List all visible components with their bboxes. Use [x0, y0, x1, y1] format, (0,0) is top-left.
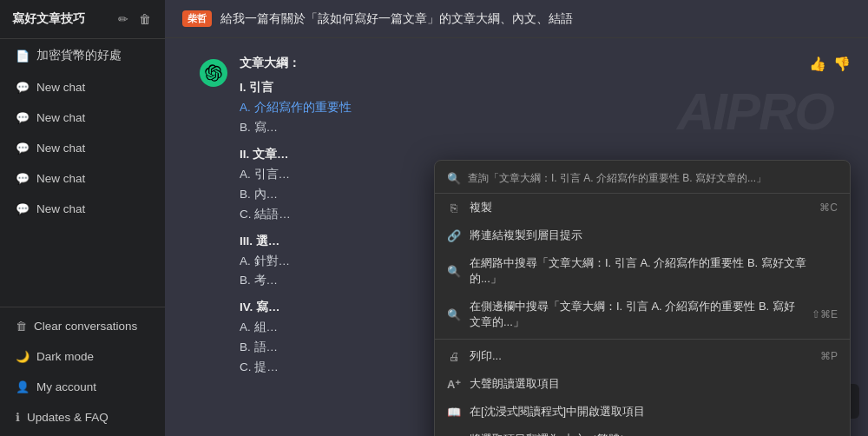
sidebar-item-account[interactable]: 👤 My account	[3, 372, 161, 402]
sidebar-item-chat5[interactable]: 💬 New chat	[3, 194, 161, 224]
account-icon: 👤	[16, 380, 30, 393]
ctx-immersive-label: 在[沈浸式閱讀程式]中開啟選取項目	[470, 404, 645, 419]
sidebar-item-updates-label: Updates & FAQ	[27, 411, 108, 424]
delete-button[interactable]: 🗑	[137, 10, 153, 28]
ctx-search-icon: 🔍	[447, 172, 461, 185]
sidebar-item-crypto[interactable]: 📄 加密貨幣的好處	[3, 39, 161, 72]
ctx-paste-link-label: 將連結複製到層目提示	[470, 228, 582, 243]
ctx-item-search-sidebar[interactable]: 🔍 在側邊欄中搜尋「文章大綱：I. 引言 A. 介紹寫作的重要性 B. 寫好文章…	[435, 293, 850, 336]
sidebar-bottom: 🗑 Clear conversations 🌙 Dark mode 👤 My a…	[0, 307, 165, 436]
sidebar-item-chat2-label: New chat	[36, 111, 85, 124]
read-aloud-icon: A⁺	[447, 378, 461, 391]
paste-link-icon: 🔗	[447, 229, 461, 242]
sidebar-actions: ✏ 🗑	[116, 10, 153, 28]
chat-icon-3: 💬	[16, 142, 30, 155]
context-menu: 🔍 查詢「文章大綱：I. 引言 A. 介紹寫作的重要性 B. 寫好文章的...」…	[434, 160, 851, 436]
ctx-item-translate[interactable]: ab↔ 將選取項目翻譯為 中文（繁體）	[435, 426, 850, 436]
context-menu-overlay[interactable]: 🔍 查詢「文章大綱：I. 引言 A. 介紹寫作的重要性 B. 寫好文章的...」…	[165, 38, 868, 436]
print-icon: 🖨	[447, 350, 461, 363]
immersive-icon: 📖	[447, 406, 461, 419]
edit-button[interactable]: ✏	[116, 10, 130, 28]
main-header: 柴哲 給我一篇有關於「該如何寫好一篇文章」的文章大綱、內文、結語	[165, 0, 868, 38]
ctx-item-print[interactable]: 🖨 列印... ⌘P	[435, 342, 850, 370]
sidebar-item-chat2[interactable]: 💬 New chat	[3, 102, 161, 133]
sidebar-item-account-label: My account	[36, 380, 96, 393]
sidebar-header: 寫好文章技巧 ✏ 🗑	[0, 0, 165, 39]
ctx-search-sidebar-shortcut: ⇧⌘E	[812, 308, 838, 320]
sidebar-item-updates[interactable]: ℹ Updates & FAQ	[3, 402, 161, 433]
sidebar-title: 寫好文章技巧	[12, 11, 85, 27]
chat-content: AIPRO 👍 👎 文章大綱： I. 引言 A. 介紹寫作的重要性 B. 寫… …	[165, 38, 868, 436]
ctx-item-immersive[interactable]: 📖 在[沈浸式閱讀程式]中開啟選取項目	[435, 398, 850, 426]
copy-icon: ⎘	[447, 201, 461, 215]
chat-icon-5: 💬	[16, 202, 30, 215]
doc-icon: 📄	[16, 50, 30, 63]
ctx-search-sidebar-label: 在側邊欄中搜尋「文章大綱：I. 引言 A. 介紹寫作的重要性 B. 寫好文章的.…	[470, 299, 803, 330]
ctx-print-label: 列印...	[470, 348, 502, 364]
chat-icon-4: 💬	[16, 172, 30, 185]
header-title: 給我一篇有關於「該如何寫好一篇文章」的文章大綱、內文、結語	[220, 11, 573, 27]
sidebar-item-chat1[interactable]: 💬 New chat	[3, 72, 161, 102]
ctx-translate-label: 將選取項目翻譯為 中文（繁體）	[470, 432, 631, 436]
sidebar-item-chat3-label: New chat	[36, 142, 85, 155]
ctx-item-paste-link[interactable]: 🔗 將連結複製到層目提示	[435, 221, 850, 249]
sidebar-item-chat4-label: New chat	[36, 172, 85, 185]
ctx-copy-label: 複製	[470, 200, 492, 215]
search-sidebar-icon: 🔍	[447, 308, 461, 321]
sidebar-item-chat4[interactable]: 💬 New chat	[3, 163, 161, 194]
ctx-search-bar: 🔍 查詢「文章大綱：I. 引言 A. 介紹寫作的重要性 B. 寫好文章的...」	[435, 164, 850, 194]
sidebar-item-crypto-label: 加密貨幣的好處	[36, 48, 122, 63]
ctx-search-text: 查詢「文章大綱：I. 引言 A. 介紹寫作的重要性 B. 寫好文章的...」	[468, 171, 766, 186]
chat-icon-1: 💬	[16, 81, 30, 94]
sidebar-item-chat3[interactable]: 💬 New chat	[3, 133, 161, 163]
sidebar-item-dark[interactable]: 🌙 Dark mode	[3, 341, 161, 372]
main-area: 柴哲 給我一篇有關於「該如何寫好一篇文章」的文章大綱、內文、結語 AIPRO 👍…	[165, 0, 868, 436]
sidebar: 寫好文章技巧 ✏ 🗑 📄 加密貨幣的好處 💬 New chat 💬 New ch…	[0, 0, 165, 436]
dark-icon: 🌙	[16, 350, 30, 363]
info-icon: ℹ	[16, 411, 20, 424]
clear-icon: 🗑	[16, 320, 27, 333]
sidebar-item-clear-label: Clear conversations	[34, 320, 137, 333]
ctx-item-search-web[interactable]: 🔍 在網路中搜尋「文章大綱：I. 引言 A. 介紹寫作的重要性 B. 寫好文章的…	[435, 249, 850, 293]
sidebar-item-dark-label: Dark mode	[36, 350, 94, 363]
ctx-print-shortcut: ⌘P	[820, 350, 838, 362]
sidebar-item-clear[interactable]: 🗑 Clear conversations	[3, 311, 161, 341]
ctx-copy-shortcut: ⌘C	[819, 201, 838, 214]
ctx-item-read-aloud[interactable]: A⁺ 大聲朗讀選取項目	[435, 370, 850, 398]
ctx-read-aloud-label: 大聲朗讀選取項目	[470, 376, 560, 392]
ctx-divider-1	[435, 339, 850, 340]
ctx-search-web-label: 在網路中搜尋「文章大綱：I. 引言 A. 介紹寫作的重要性 B. 寫好文章的..…	[470, 255, 838, 287]
chat-icon-2: 💬	[16, 111, 30, 124]
search-web-icon: 🔍	[447, 265, 461, 278]
sidebar-item-chat5-label: New chat	[36, 202, 85, 215]
ctx-item-copy[interactable]: ⎘ 複製 ⌘C	[435, 194, 850, 221]
sidebar-item-chat1-label: New chat	[36, 81, 85, 94]
model-badge: 柴哲	[182, 10, 212, 27]
